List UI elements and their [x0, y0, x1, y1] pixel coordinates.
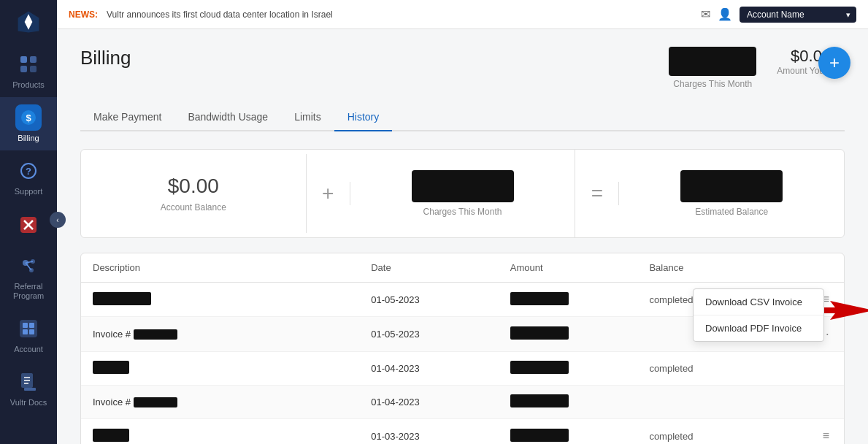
sidebar: Products $ Billing ? Support	[0, 0, 57, 444]
row-desc	[93, 361, 371, 376]
account-balance-value: $0.00	[99, 175, 288, 198]
tab-bandwidth-usage[interactable]: Bandwidth Usage	[174, 104, 281, 131]
table-header: Description Date Amount Balance	[81, 253, 844, 283]
col-actions	[788, 262, 832, 273]
x-icon	[18, 215, 39, 235]
row-amount	[510, 292, 650, 307]
topbar: NEWS: Vultr announces its first cloud da…	[57, 0, 868, 29]
sidebar-item-products[interactable]: Products	[0, 44, 57, 97]
support-icon-wrap: ?	[15, 158, 42, 184]
support-icon: ?	[18, 161, 39, 181]
estimated-balance-card: Estimated Balance	[619, 150, 844, 237]
charges-this-month-box	[669, 47, 756, 76]
row-date: 01-04-2023	[371, 363, 510, 374]
mail-icon[interactable]: ✉	[701, 7, 710, 21]
redacted-box	[93, 292, 151, 305]
redacted-amount-box	[510, 394, 569, 407]
products-label: Products	[12, 80, 44, 90]
col-description: Description	[93, 262, 371, 273]
sidebar-collapse-button[interactable]: ‹	[50, 212, 66, 228]
content-area: Billing Charges This Month $0.00 Amount …	[57, 29, 868, 444]
sidebar-item-docs[interactable]: Vultr Docs	[0, 361, 57, 415]
billing-label: Billing	[18, 134, 39, 143]
svg-rect-21	[23, 329, 28, 334]
svg-rect-22	[29, 329, 34, 334]
redacted-amount-box	[510, 361, 569, 374]
redacted-box	[134, 397, 177, 407]
sidebar-item-extra[interactable]	[0, 204, 57, 245]
sidebar-logo	[0, 0, 57, 44]
sidebar-item-support[interactable]: ? Support	[0, 150, 57, 204]
main-area: NEWS: Vultr announces its first cloud da…	[57, 0, 868, 444]
svg-line-17	[26, 263, 31, 270]
svg-rect-5	[30, 66, 37, 72]
account-icon	[18, 318, 39, 339]
docs-icon	[18, 372, 39, 392]
col-amount: Amount	[510, 262, 650, 273]
estimated-balance-box	[680, 170, 783, 202]
svg-rect-24	[24, 388, 36, 391]
billing-header: Billing Charges This Month $0.00 Amount …	[80, 47, 845, 89]
col-balance: Balance	[649, 262, 788, 273]
equals-operator: =	[575, 182, 619, 205]
charges-this-month-stat: Charges This Month	[669, 47, 756, 89]
account-icon-wrap	[15, 315, 42, 342]
tab-history[interactable]: History	[334, 104, 393, 131]
redacted-box	[134, 329, 177, 340]
tab-make-payment[interactable]: Make Payment	[80, 104, 174, 131]
row-amount	[510, 394, 650, 410]
referral-icon-wrap	[15, 253, 42, 279]
dropdown-menu: Download CSV Invoice Download PDF Invoic…	[693, 288, 824, 342]
redacted-box	[93, 361, 129, 374]
news-label: NEWS:	[69, 9, 98, 20]
row-date: 01-05-2023	[371, 329, 510, 340]
row-desc: Invoice #	[93, 397, 371, 408]
referral-icon	[18, 256, 39, 276]
row-amount	[510, 361, 650, 376]
svg-rect-2	[20, 56, 27, 63]
estimated-balance-label: Estimated Balance	[637, 207, 826, 217]
charges-this-month-card-label: Charges This Month	[368, 207, 558, 217]
fab-button[interactable]: +	[818, 47, 850, 79]
charges-this-month-label: Charges This Month	[669, 79, 756, 89]
row-amount	[510, 326, 650, 342]
user-icon[interactable]: 👤	[718, 7, 732, 21]
account-balance-card: $0.00 Account Balance	[81, 154, 307, 233]
table-row: 01-03-2023 completed ≡	[81, 419, 844, 444]
billing-icon: $	[18, 107, 39, 128]
products-icon-wrap	[15, 51, 42, 77]
row-status: completed	[649, 431, 788, 442]
dropdown-item-pdf[interactable]: Download PDF Invoice	[694, 315, 823, 341]
redacted-box	[93, 429, 129, 442]
billing-stats: Charges This Month $0.00 Amount You Owe	[669, 47, 845, 89]
sidebar-item-account[interactable]: Account	[0, 308, 57, 361]
balance-cards: $0.00 Account Balance + Charges This Mon…	[80, 149, 845, 238]
sidebar-item-referral[interactable]: Referral Program	[0, 245, 57, 308]
svg-rect-20	[29, 323, 34, 328]
docs-icon-wrap	[15, 369, 42, 395]
topbar-right: ✉ 👤 Account Name	[701, 7, 856, 23]
plus-operator: +	[307, 182, 350, 205]
account-balance-label: Account Balance	[99, 202, 288, 213]
products-icon	[18, 54, 39, 74]
row-actions: ≡	[788, 428, 832, 444]
account-select[interactable]: Account Name	[740, 7, 856, 23]
lines-icon[interactable]: ≡	[820, 428, 832, 444]
sidebar-item-billing[interactable]: $ Billing	[0, 97, 57, 150]
billing-tabs: Make Payment Bandwidth Usage Limits Hist…	[80, 104, 845, 131]
news-text: Vultr announces its first cloud data cen…	[107, 9, 692, 20]
charges-this-month-card: Charges This Month	[350, 150, 576, 237]
row-desc: Invoice #	[93, 329, 371, 340]
billing-title: Billing	[80, 47, 131, 69]
referral-label: Referral Program	[4, 282, 53, 301]
charges-this-month-balance-box	[412, 170, 514, 202]
svg-rect-3	[30, 56, 37, 63]
tab-limits[interactable]: Limits	[281, 104, 334, 131]
account-select-wrap: Account Name	[740, 7, 856, 23]
dropdown-item-csv[interactable]: Download CSV Invoice	[694, 289, 823, 315]
svg-rect-19	[23, 323, 28, 328]
table-row: 01-04-2023 completed	[81, 352, 844, 386]
row-amount	[510, 429, 650, 444]
row-desc	[93, 429, 371, 444]
row-desc	[93, 292, 371, 307]
